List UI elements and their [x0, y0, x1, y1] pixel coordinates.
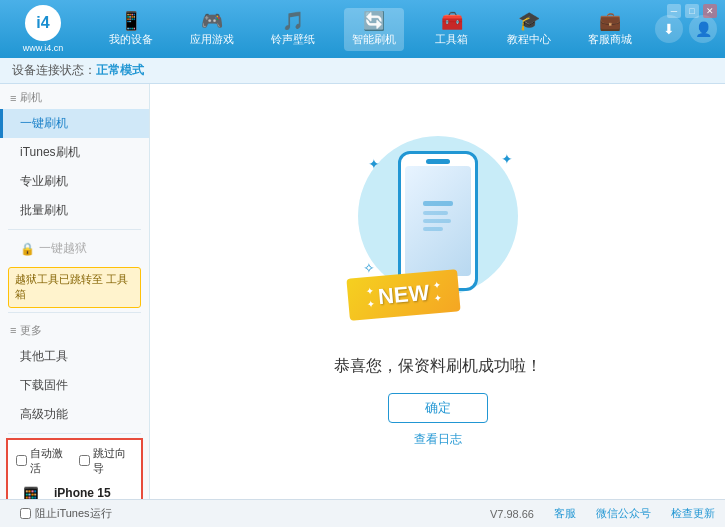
- nav-smart-flash-label: 智能刷机: [352, 32, 396, 47]
- svg-rect-3: [423, 227, 443, 231]
- sidebar-item-other-tools[interactable]: 其他工具: [0, 342, 149, 371]
- main-content: ✦ ✦ ✧: [150, 84, 725, 499]
- advanced-label: 高级功能: [20, 407, 68, 421]
- confirm-button[interactable]: 确定: [388, 393, 488, 423]
- itunes-checkbox-input[interactable]: [20, 508, 31, 519]
- sidebar-item-download-firmware[interactable]: 下载固件: [0, 371, 149, 400]
- auto-activate-checkbox[interactable]: 自动激活: [16, 446, 71, 476]
- sidebar-section-more: ≡ 更多: [0, 317, 149, 342]
- sidebar-divider-3: [8, 433, 141, 434]
- sidebar: ≡ 刷机 一键刷机 iTunes刷机 专业刷机 批量刷机 🔒 一键越狱: [0, 84, 150, 499]
- main-layout: ≡ 刷机 一键刷机 iTunes刷机 专业刷机 批量刷机 🔒 一键越狱: [0, 84, 725, 499]
- service-icon: 💼: [599, 12, 621, 30]
- sidebar-section-flash: ≡ 刷机: [0, 84, 149, 109]
- nav-tutorial-label: 教程中心: [507, 32, 551, 47]
- sidebar-item-itunes-flash[interactable]: iTunes刷机: [0, 138, 149, 167]
- sparkle-icon-tr: ✦: [501, 151, 513, 167]
- top-right-controls: ⬇ 👤: [655, 15, 717, 43]
- itunes-label: 阻止iTunes运行: [35, 506, 112, 521]
- star-bottom: ✦: [366, 298, 375, 310]
- sidebar-section-jailbreak: 🔒 一键越狱: [0, 234, 149, 263]
- download-firmware-label: 下载固件: [20, 378, 68, 392]
- guided-setup-checkbox[interactable]: 跳过向导: [79, 446, 134, 476]
- guided-setup-label: 跳过向导: [93, 446, 134, 476]
- lock-icon: 🔒: [20, 242, 35, 256]
- window-controls: ─ □ ✕: [667, 4, 717, 18]
- nav-toolbox[interactable]: 🧰 工具箱: [426, 8, 478, 51]
- star-top-right: ✦: [432, 279, 441, 291]
- phone-body: [398, 151, 478, 291]
- more-section-icon: ≡: [10, 324, 16, 336]
- other-tools-label: 其他工具: [20, 349, 68, 363]
- nav-bar: 📱 我的设备 🎮 应用游戏 🎵 铃声壁纸 🔄 智能刷机 🧰 工具箱 🎓: [90, 8, 651, 51]
- itunes-flash-label: iTunes刷机: [20, 145, 80, 159]
- pro-flash-label: 专业刷机: [20, 174, 68, 188]
- nav-apps-games[interactable]: 🎮 应用游戏: [182, 8, 242, 51]
- tutorial-icon: 🎓: [518, 12, 540, 30]
- view-log-link[interactable]: 查看日志: [414, 431, 462, 448]
- batch-flash-label: 批量刷机: [20, 203, 68, 217]
- sidebar-divider-2: [8, 312, 141, 313]
- logo-url: www.i4.cn: [23, 43, 64, 53]
- user-button[interactable]: 👤: [689, 15, 717, 43]
- nav-tutorial[interactable]: 🎓 教程中心: [499, 8, 559, 51]
- device-name: iPhone 15 Pro Max: [54, 486, 133, 499]
- more-section-label: 更多: [20, 323, 42, 338]
- star-bottom-right: ✦: [433, 292, 442, 304]
- sparkle-icon-tl: ✦: [368, 156, 380, 172]
- nav-my-device-label: 我的设备: [109, 32, 153, 47]
- auto-activate-label: 自动激活: [30, 446, 71, 476]
- phone-screen: [405, 166, 471, 276]
- top-navigation: ─ □ ✕ i4 www.i4.cn 📱 我的设备 🎮 应用游戏 🎵 铃声壁纸: [0, 0, 725, 58]
- nav-apps-games-label: 应用游戏: [190, 32, 234, 47]
- logo-icon: i4: [25, 5, 61, 41]
- new-banner: ✦ ✦ NEW ✦ ✦: [346, 269, 461, 321]
- success-message: 恭喜您，保资料刷机成功啦！: [334, 356, 542, 377]
- nav-ringtones-label: 铃声壁纸: [271, 32, 315, 47]
- nav-my-device[interactable]: 📱 我的设备: [101, 8, 161, 51]
- flash-section-icon: ≡: [10, 92, 16, 104]
- svg-rect-1: [423, 211, 448, 215]
- warning-text: 越狱工具已跳转至 工具箱: [15, 273, 128, 300]
- wechat-link[interactable]: 微信公众号: [596, 506, 651, 521]
- app-logo: i4 www.i4.cn: [8, 5, 78, 53]
- device-phone-icon: 📱: [16, 486, 46, 499]
- nav-service-label: 客服商城: [588, 32, 632, 47]
- nav-smart-flash[interactable]: 🔄 智能刷机: [344, 8, 404, 51]
- nav-toolbox-label: 工具箱: [435, 32, 468, 47]
- new-badge-text: NEW: [376, 279, 429, 309]
- device-info: 📱 iPhone 15 Pro Max 512GB iPhone: [16, 482, 133, 499]
- ringtones-icon: 🎵: [282, 12, 304, 30]
- nav-service[interactable]: 💼 客服商城: [580, 8, 640, 51]
- status-prefix: 设备连接状态：: [12, 62, 96, 79]
- customer-service-link[interactable]: 客服: [554, 506, 576, 521]
- flash-section-label: 刷机: [20, 90, 42, 105]
- new-banner-stars-right: ✦ ✦: [432, 279, 442, 304]
- version-label: V7.98.66: [490, 508, 534, 520]
- toolbox-icon: 🧰: [441, 12, 463, 30]
- svg-rect-2: [423, 219, 451, 223]
- sidebar-item-one-key-flash[interactable]: 一键刷机: [0, 109, 149, 138]
- jailbreak-label: 一键越狱: [39, 240, 87, 257]
- phone-screen-graphic: [418, 191, 458, 251]
- nav-ringtones[interactable]: 🎵 铃声壁纸: [263, 8, 323, 51]
- guided-setup-input[interactable]: [79, 455, 90, 466]
- apps-games-icon: 🎮: [201, 12, 223, 30]
- sidebar-item-pro-flash[interactable]: 专业刷机: [0, 167, 149, 196]
- close-button[interactable]: ✕: [703, 4, 717, 18]
- sidebar-divider-1: [8, 229, 141, 230]
- restore-button[interactable]: □: [685, 4, 699, 18]
- phone-illustration: ✦ ✦ ✧: [358, 136, 518, 336]
- sidebar-item-batch-flash[interactable]: 批量刷机: [0, 196, 149, 225]
- itunes-checkbox[interactable]: 阻止iTunes运行: [10, 506, 122, 521]
- bottom-bar: 阻止iTunes运行 V7.98.66 客服 微信公众号 检查更新: [0, 499, 725, 527]
- download-button[interactable]: ⬇: [655, 15, 683, 43]
- auto-activate-input[interactable]: [16, 455, 27, 466]
- smart-flash-icon: 🔄: [363, 12, 385, 30]
- device-checkboxes: 自动激活 跳过向导: [16, 446, 133, 476]
- status-bar: 设备连接状态： 正常模式: [0, 58, 725, 84]
- one-key-flash-label: 一键刷机: [20, 116, 68, 130]
- check-update-link[interactable]: 检查更新: [671, 506, 715, 521]
- minimize-button[interactable]: ─: [667, 4, 681, 18]
- sidebar-item-advanced[interactable]: 高级功能: [0, 400, 149, 429]
